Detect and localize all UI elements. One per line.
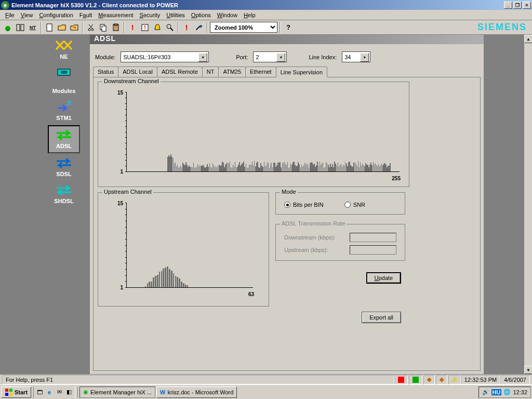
window-buttons: _ ❐ × — [504, 2, 531, 9]
task-word[interactable]: W krisz.doc - Microsoft Word — [156, 387, 237, 398]
ne-icon — [54, 39, 74, 51]
sidebar-item-modules-icon[interactable] — [48, 64, 80, 84]
menu-utilities[interactable]: Utilities — [163, 11, 188, 19]
menu-file[interactable]: File — [2, 11, 18, 19]
task1-label: Element Manager hiX ... — [90, 389, 152, 395]
system-tray: 🔊 HU 🌐 12:32 — [478, 387, 531, 398]
tab-line-supervision[interactable]: Line Supervision — [276, 66, 327, 77]
downstream-chart: 15 1 255 — [113, 89, 405, 182]
svg-rect-4 — [47, 24, 52, 31]
port-combo[interactable]: 2 — [253, 51, 287, 62]
svg-rect-24 — [5, 393, 8, 396]
bell-icon[interactable] — [152, 22, 163, 33]
start-button[interactable]: Start — [1, 387, 31, 398]
menu-window[interactable]: Window — [214, 11, 241, 19]
search-icon[interactable] — [164, 22, 176, 33]
svg-rect-10 — [114, 24, 117, 25]
module-label: Module: — [95, 54, 115, 60]
vertical-scrollbar[interactable]: ▲ ▼ — [524, 35, 532, 374]
wrench-icon[interactable] — [193, 22, 205, 33]
content-title: ADSL — [90, 35, 484, 44]
tab-status[interactable]: Status — [93, 66, 118, 77]
window-title: Element Manager hiX 5300 V1.2 - Client c… — [11, 2, 504, 8]
ql-outlook-icon[interactable]: ✉ — [55, 388, 64, 397]
menu-view[interactable]: View — [18, 11, 36, 19]
tab-atm25[interactable]: ATM25 — [218, 66, 246, 77]
app-icon: ◉ — [1, 1, 9, 9]
upstream-chart: 15 1 63 — [113, 200, 258, 298]
menu-configuration[interactable]: Configuration — [36, 11, 76, 19]
module-combo[interactable]: SUADSL:16P#303 — [121, 51, 209, 62]
windows-icon — [5, 388, 13, 396]
minimize-button[interactable]: _ — [504, 2, 512, 9]
tray-lang[interactable]: HU — [491, 389, 502, 395]
svg-rect-3 — [21, 24, 24, 31]
menu-security[interactable]: Security — [137, 11, 164, 19]
paste-icon[interactable] — [110, 22, 122, 33]
menu-help[interactable]: Help — [241, 11, 259, 19]
sidebar-item-shdsl[interactable]: SHDSL — [48, 181, 80, 207]
sidebar-label-adsl: ADSL — [56, 143, 72, 149]
tab-adsl-local[interactable]: ADSL Local — [118, 66, 157, 77]
restore-button[interactable]: ❐ — [513, 2, 522, 9]
svg-rect-25 — [9, 393, 12, 396]
tab-ethernet[interactable]: Ethernet — [245, 66, 276, 77]
tab-adsl-remote[interactable]: ADSL Remote — [157, 66, 203, 77]
sidebar-item-adsl[interactable]: ADSL — [48, 125, 80, 153]
split-icon[interactable] — [15, 22, 26, 33]
sidebar-label-shdsl: SHDSL — [54, 198, 73, 204]
svg-text:STM-1: STM-1 — [67, 101, 72, 106]
rate-group: ADSL Transmission Rate Downstream (kbps)… — [275, 224, 405, 261]
adsl-icon — [54, 128, 74, 141]
ql-app-icon[interactable]: ◧ — [64, 388, 74, 397]
zoom-select[interactable]: Zoomed 100% — [210, 22, 277, 33]
help-icon[interactable]: ? — [283, 22, 294, 33]
tab-nt[interactable]: NT — [202, 66, 219, 77]
mode-group: Mode Bits per BIN SNR — [275, 192, 405, 215]
task-element-manager[interactable]: ◉ Element Manager hiX ... — [79, 387, 155, 398]
status-bar: For Help, press F1 ◆ ◆ ⚠ 12:32:53 PM 4/6… — [0, 374, 532, 384]
rate-up-label: Upstream (kbps): — [284, 247, 347, 253]
radio-bits-per-bin[interactable]: Bits per BIN — [284, 202, 324, 208]
port-value: 2 — [256, 54, 259, 60]
menu-options[interactable]: Options — [188, 11, 214, 19]
page-icon[interactable] — [44, 22, 55, 33]
sidebar-item-sdsl[interactable]: SDSL — [48, 154, 80, 180]
alert-red-icon[interactable]: ! — [127, 22, 138, 33]
right-gutter: ▲ ▼ — [484, 35, 532, 374]
menu-fault[interactable]: Fault — [76, 11, 95, 19]
tray-network-icon[interactable]: 🌐 — [503, 389, 511, 395]
toolbar: NT ! ! ! Zoomed 100% ? SIEMENS — [0, 20, 532, 35]
task-buttons: ◉ Element Manager hiX ... W krisz.doc - … — [77, 387, 476, 398]
rate-down-field — [350, 233, 396, 242]
cut-icon[interactable] — [85, 22, 97, 33]
folder-open-icon[interactable] — [56, 22, 68, 33]
tray-volume-icon[interactable]: 🔊 — [482, 389, 489, 395]
alert2-icon[interactable]: ! — [181, 22, 192, 33]
menu-measurement[interactable]: Measurement — [95, 11, 136, 19]
status-date: 4/6/2007 — [500, 375, 530, 384]
folder-arrow-icon[interactable] — [69, 22, 80, 33]
led-diag1-icon: ◆ — [427, 376, 431, 383]
close-button[interactable]: × — [523, 2, 531, 9]
rate-title: ADSL Transmission Rate — [280, 220, 347, 227]
sidebar: NE Modules STM-1 STM1 ADSL SDSL SHDSL — [38, 35, 90, 374]
scroll-up-icon[interactable]: ▲ — [524, 35, 532, 43]
alert-list-icon[interactable]: ! — [139, 22, 151, 33]
scroll-down-icon[interactable]: ▼ — [524, 366, 532, 374]
update-button[interactable]: Update — [366, 272, 401, 284]
export-all-button[interactable]: Export all — [362, 312, 401, 323]
nt-icon[interactable]: NT — [27, 22, 38, 33]
copy-icon[interactable] — [98, 22, 109, 33]
lineindex-value: 34 — [344, 54, 351, 60]
svg-rect-23 — [9, 389, 12, 392]
ql-ie-icon[interactable]: e — [45, 388, 54, 397]
ql-desktop-icon[interactable]: 🗔 — [35, 388, 44, 397]
sidebar-item-ne[interactable]: NE — [48, 37, 80, 63]
lineindex-combo[interactable]: 34 — [342, 51, 370, 62]
downstream-group: Downstream Channel 15 1 255 — [98, 82, 409, 187]
tree-icon[interactable] — [2, 22, 14, 33]
radio-snr-label: SNR — [353, 202, 365, 208]
sidebar-item-stm1[interactable]: STM-1 STM1 — [48, 98, 80, 124]
radio-snr[interactable]: SNR — [344, 202, 365, 208]
